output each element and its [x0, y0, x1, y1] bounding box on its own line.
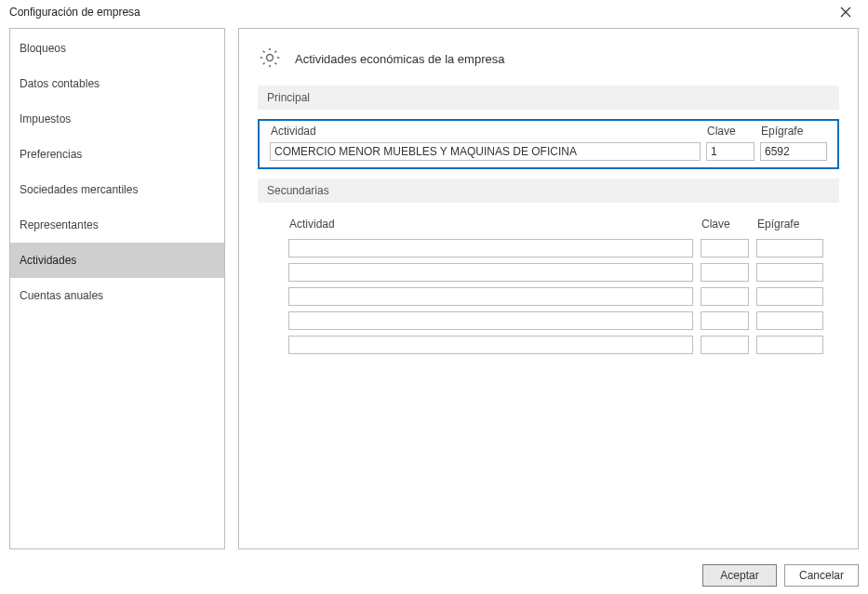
sidebar-item-actividades[interactable]: Actividades [10, 243, 224, 278]
principal-actividad-input[interactable]: COMERCIO MENOR MUEBLES Y MAQUINAS DE OFI… [270, 142, 701, 161]
secundarias-clave-input[interactable] [701, 336, 749, 354]
principal-row: COMERCIO MENOR MUEBLES Y MAQUINAS DE OFI… [269, 141, 828, 162]
principal-epigrafe-input[interactable]: 6592 [760, 142, 827, 161]
secundarias-epigrafe-input[interactable] [756, 336, 823, 354]
secundarias-epigrafe-input[interactable] [756, 239, 823, 257]
principal-clave-input[interactable]: 1 [706, 142, 754, 161]
content-title: Actividades económicas de la empresa [295, 52, 504, 66]
secundarias-clave-input[interactable] [701, 287, 749, 306]
secundarias-actividad-input[interactable] [288, 287, 693, 306]
secundarias-table: Actividad Clave Epígrafe [282, 214, 830, 359]
secundarias-row [287, 286, 824, 307]
titlebar: Configuración de empresa [0, 0, 868, 28]
secundarias-epigrafe-input[interactable] [756, 311, 823, 330]
secundarias-actividad-input[interactable] [288, 263, 693, 282]
dialog-body: Bloqueos Datos contables Impuestos Prefe… [0, 28, 868, 557]
sidebar-item-preferencias[interactable]: Preferencias [10, 137, 224, 172]
close-icon[interactable] [833, 2, 859, 22]
principal-table: Actividad Clave Epígrafe COMERCIO MENOR … [265, 123, 832, 164]
secundarias-row [287, 238, 824, 258]
cancel-button[interactable]: Cancelar [784, 564, 859, 587]
svg-point-0 [267, 55, 274, 61]
principal-col-clave: Clave [705, 125, 755, 139]
secundarias-epigrafe-input[interactable] [756, 287, 823, 306]
secundarias-group: Actividad Clave Epígrafe [258, 212, 839, 359]
secundarias-col-actividad: Actividad [287, 218, 694, 234]
secundarias-actividad-input[interactable] [288, 336, 693, 354]
window-title: Configuración de empresa [9, 6, 140, 19]
accept-button[interactable]: Aceptar [702, 564, 777, 587]
secundarias-col-clave: Clave [700, 218, 750, 234]
sidebar: Bloqueos Datos contables Impuestos Prefe… [9, 28, 225, 549]
secundarias-actividad-input[interactable] [288, 311, 693, 330]
secundarias-clave-input[interactable] [701, 311, 749, 330]
sidebar-item-representantes[interactable]: Representantes [10, 207, 224, 243]
footer: Aceptar Cancelar [0, 557, 868, 594]
content-header: Actividades económicas de la empresa [258, 46, 839, 73]
section-principal-header: Principal [258, 86, 839, 110]
sidebar-item-bloqueos[interactable]: Bloqueos [10, 31, 224, 66]
sidebar-item-sociedades-mercantiles[interactable]: Sociedades mercantiles [10, 172, 224, 207]
sidebar-item-impuestos[interactable]: Impuestos [10, 101, 224, 137]
principal-col-actividad: Actividad [269, 125, 701, 139]
secundarias-row [287, 310, 824, 331]
secundarias-row [287, 335, 824, 355]
gear-icon [258, 46, 282, 73]
section-secundarias-header: Secundarias [258, 178, 839, 203]
principal-col-epigrafe: Epígrafe [759, 125, 828, 139]
secundarias-actividad-input[interactable] [288, 239, 693, 257]
secundarias-epigrafe-input[interactable] [756, 263, 823, 282]
content-panel: Actividades económicas de la empresa Pri… [238, 28, 859, 549]
secundarias-row [287, 262, 824, 283]
secundarias-col-epigrafe: Epígrafe [755, 218, 824, 234]
secundarias-clave-input[interactable] [701, 239, 749, 257]
sidebar-item-cuentas-anuales[interactable]: Cuentas anuales [10, 278, 224, 313]
window: Configuración de empresa Bloqueos Datos … [0, 0, 868, 594]
secundarias-clave-input[interactable] [701, 263, 749, 282]
sidebar-item-datos-contables[interactable]: Datos contables [10, 66, 224, 101]
principal-group: Actividad Clave Epígrafe COMERCIO MENOR … [258, 119, 839, 169]
